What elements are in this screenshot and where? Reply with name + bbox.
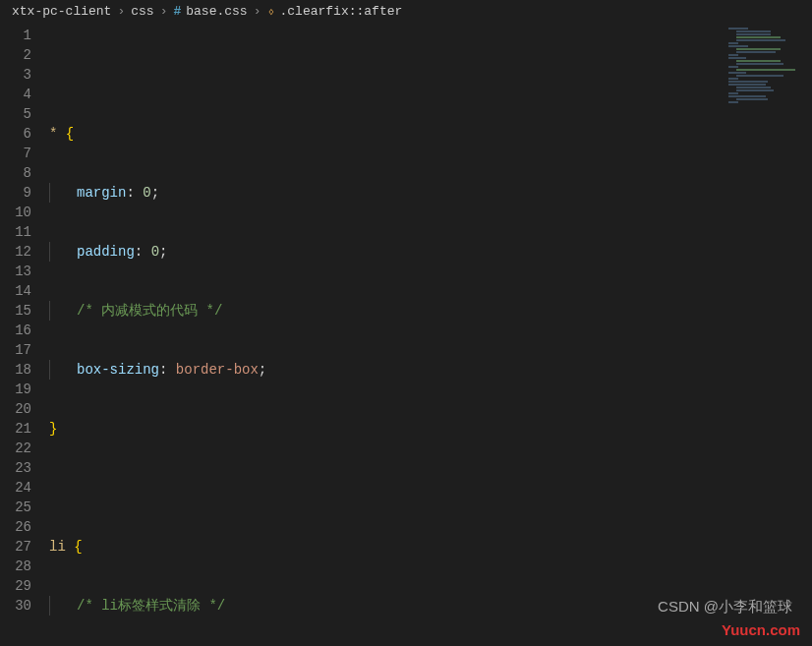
css-file-icon: # <box>173 4 181 19</box>
breadcrumb-seg-folder[interactable]: xtx-pc-client <box>12 4 111 19</box>
breadcrumb-seg-folder[interactable]: css <box>131 4 153 19</box>
code-editor[interactable]: 1234567891011121314151617181920212223242… <box>0 24 812 646</box>
breadcrumb-seg-symbol[interactable]: ⬨.clearfix::after <box>267 4 403 19</box>
minimap[interactable] <box>724 24 812 646</box>
breadcrumb-seg-file[interactable]: #base.css <box>173 4 247 19</box>
watermark-yuucn: Yuucn.com <box>722 621 800 638</box>
breadcrumb-sep: › <box>254 4 261 19</box>
code-content[interactable]: * { margin: 0; padding: 0; /* 内减模式的代码 */… <box>49 24 812 646</box>
breadcrumb[interactable]: xtx-pc-client › css › #base.css › ⬨.clea… <box>0 0 812 24</box>
breadcrumb-sep: › <box>117 4 125 19</box>
watermark-csdn: CSDN @小李和篮球 <box>658 598 792 617</box>
breadcrumb-sep: › <box>160 4 168 19</box>
css-class-icon: ⬨ <box>267 4 275 19</box>
line-number-gutter: 1234567891011121314151617181920212223242… <box>0 24 49 646</box>
